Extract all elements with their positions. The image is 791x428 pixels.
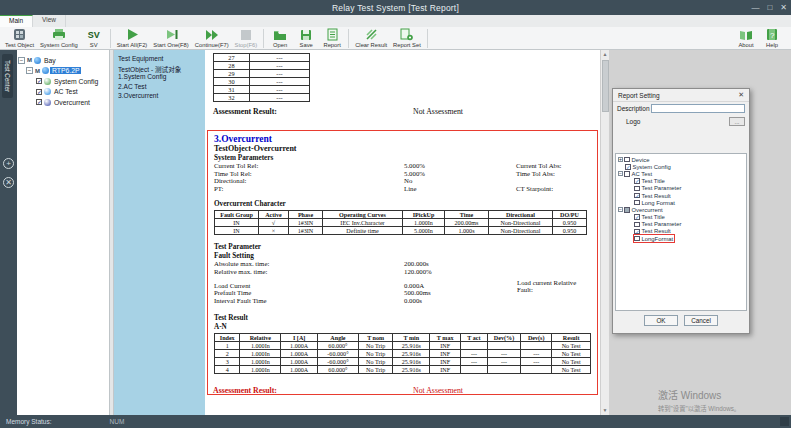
start-one-button[interactable]: Start One(F8) (150, 27, 191, 50)
dialog-tree-label[interactable]: Test Parameter (642, 185, 682, 191)
collapse-icon[interactable]: − (618, 171, 623, 176)
open-button[interactable]: Open (267, 27, 293, 50)
checkbox-icon[interactable] (634, 200, 640, 206)
save-button[interactable]: Save (293, 27, 319, 50)
toc-item[interactable]: 1.System Config (118, 73, 205, 82)
dialog-tree-label[interactable]: Overcurrent (632, 207, 663, 213)
maximize-button[interactable]: □ (767, 0, 772, 15)
scroll-down-icon[interactable]: ▼ (601, 406, 609, 415)
table-cell: 1.000In (240, 342, 281, 350)
remove-icon[interactable]: ✕ (3, 177, 14, 188)
tree-label[interactable]: AC Test (52, 88, 80, 95)
checkbox-icon[interactable]: ✓ (36, 89, 42, 95)
test-center-tab[interactable]: Test Center (2, 54, 13, 98)
ok-button[interactable]: OK (644, 315, 678, 326)
about-button[interactable]: About (733, 27, 759, 50)
tree-node-ac-test[interactable]: ✓AC Test (17, 87, 109, 98)
table-cell: Non-Directional (489, 219, 553, 227)
checkbox-icon[interactable]: ✓ (634, 214, 640, 220)
dialog-tree-label[interactable]: System Config (633, 164, 671, 170)
parameter-label: Prefault Time (214, 289, 404, 297)
checkbox-icon[interactable]: ✓ (625, 164, 631, 170)
toc-item[interactable]: 2.AC Test (118, 83, 205, 92)
stop-button[interactable]: Stop(F6) (232, 27, 261, 50)
checkbox-icon[interactable] (624, 157, 630, 163)
test-object-button[interactable]: Test Object (2, 27, 37, 50)
report-toc: Test EquipmentTestObject - 测试对象1.System … (114, 50, 205, 415)
dialog-tree-item-test-parameter[interactable]: Test Parameter (634, 185, 746, 192)
tree-node-overcurrent[interactable]: ✓Overcurrent (17, 97, 109, 108)
dialog-tree-item-test-title[interactable]: ✓Test Title (634, 178, 746, 185)
sv-button[interactable]: SVSV (81, 27, 107, 50)
table-cell (461, 342, 488, 350)
logo-browse-button[interactable]: ... (729, 117, 745, 126)
dialog-tree-item-ac-test[interactable]: −AC Test (618, 170, 746, 177)
checkbox-icon[interactable] (624, 171, 630, 177)
dialog-tree-item-long-format[interactable]: Long Format (634, 199, 746, 206)
tree-node-device[interactable]: − M RTP6.2P (17, 66, 109, 77)
continue-button[interactable]: Continue(F7) (192, 27, 232, 50)
report-set-button[interactable]: Report Set (390, 27, 424, 50)
description-input[interactable] (651, 104, 745, 113)
tree-node-system-config[interactable]: ✓System Config (17, 76, 109, 87)
report-button[interactable]: Report (319, 27, 345, 50)
checkbox-icon[interactable] (624, 207, 630, 213)
report-view[interactable]: 27---28---29---30---31---32--- Assessmen… (205, 50, 600, 415)
dialog-tree-label[interactable]: Test Parameter (642, 221, 682, 227)
system-config-button[interactable]: System Config (37, 27, 81, 50)
tree-label-bay[interactable]: Bay (42, 57, 58, 64)
checkbox-icon[interactable]: ✓ (36, 99, 42, 105)
add-icon[interactable]: + (3, 158, 14, 169)
collapse-icon[interactable]: − (18, 57, 25, 64)
expand-icon[interactable]: + (618, 157, 623, 162)
dialog-tree-item-device[interactable]: +Device (618, 156, 746, 163)
dialog-tree-label[interactable]: Long Format (642, 200, 675, 206)
checkbox-icon[interactable] (634, 236, 640, 242)
checkbox-icon[interactable]: ✓ (634, 229, 640, 235)
tree-node-bay[interactable]: − M Bay (17, 55, 109, 66)
checkbox-icon[interactable]: ✓ (36, 78, 42, 84)
cancel-button[interactable]: Cancel (684, 315, 718, 326)
dialog-close-icon[interactable]: ✕ (738, 91, 744, 99)
checkbox-icon[interactable] (634, 222, 640, 228)
tab-view[interactable]: View (33, 15, 66, 27)
resize-grip[interactable] (780, 417, 789, 426)
checkbox-icon[interactable]: ✓ (634, 178, 640, 184)
dialog-tree-label[interactable]: Test Result (642, 228, 671, 234)
clear-result-button[interactable]: Clear Result (352, 27, 390, 50)
tree-label[interactable]: Overcurrent (52, 99, 92, 106)
tree-label-device[interactable]: RTP6.2P (50, 67, 81, 74)
dialog-tree-item-system-config[interactable]: ✓System Config (625, 163, 746, 170)
column-header: IPickUp (403, 211, 445, 219)
dialog-tree-item-overcurrent[interactable]: −Overcurrent (618, 206, 746, 213)
help-button[interactable]: ?Help (759, 27, 785, 50)
collapse-icon[interactable]: − (26, 67, 33, 74)
vertical-scrollbar[interactable]: ▲ ▼ (600, 50, 609, 415)
dialog-tree-label[interactable]: Test Title (642, 178, 665, 184)
checkbox-icon[interactable] (634, 186, 640, 192)
dialog-tree-item-test-title[interactable]: ✓Test Title (634, 214, 746, 221)
dialog-tree-label[interactable]: AC Test (632, 171, 653, 177)
scrollbar-thumb[interactable] (602, 60, 609, 112)
collapse-icon[interactable]: − (618, 207, 623, 212)
toc-item[interactable]: 3.Overcurrent (118, 92, 205, 101)
dialog-tree-label[interactable]: Test Title (642, 214, 665, 220)
table-row: 29--- (214, 70, 310, 78)
dialog-tree-label[interactable]: Device (632, 157, 650, 163)
minimize-button[interactable]: — (751, 0, 759, 15)
toc-item[interactable]: Test Equipment (118, 55, 205, 64)
dialog-tree-item-longformat[interactable]: LongFormat (634, 235, 674, 242)
checkbox-icon[interactable]: ✓ (634, 193, 640, 199)
scroll-up-icon[interactable]: ▲ (601, 50, 609, 59)
dialog-tree-label[interactable]: Test Result (642, 193, 671, 199)
dialog-tree-item-test-result[interactable]: ✓Test Result (634, 192, 746, 199)
dialog-tree-item-test-parameter[interactable]: Test Parameter (634, 221, 746, 228)
tree-label[interactable]: System Config (52, 78, 100, 85)
dialog-tree-label[interactable]: LongFormat (642, 236, 674, 242)
dialog-tree-item-test-result[interactable]: ✓Test Result (634, 228, 746, 235)
toc-item[interactable]: TestObject - 测试对象 (118, 64, 205, 73)
tab-main[interactable]: Main (0, 15, 33, 27)
close-button[interactable]: ✕ (780, 0, 787, 15)
table-cell: --- (521, 358, 552, 366)
start-all-button[interactable]: Start All(F2) (114, 27, 151, 50)
